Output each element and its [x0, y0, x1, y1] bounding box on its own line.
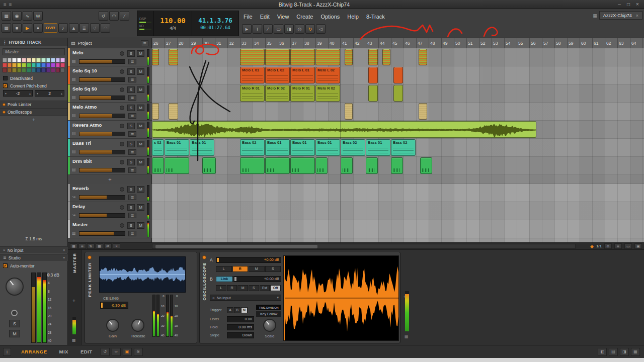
deactivated-row[interactable]: Deactivated	[0, 74, 67, 82]
palette-swatch-27[interactable]	[8, 68, 12, 72]
track-menu-icon[interactable]: ≣	[128, 95, 136, 101]
ruler-bar-59[interactable]: 59	[569, 41, 573, 46]
clip-melo-atmo[interactable]	[345, 103, 353, 120]
browser-panel-icon[interactable]: ▦	[631, 348, 640, 356]
ruler-bar-26[interactable]: 26	[153, 41, 158, 46]
ruler-bar-61[interactable]: 61	[594, 41, 598, 46]
ruler-bar-54[interactable]: 54	[506, 41, 510, 46]
ruler-bar-52[interactable]: 52	[480, 41, 485, 46]
track-row-solo-sq-10[interactable]: Solo Sq 10▤SM≣	[68, 66, 152, 84]
arrangement-row-melo-atmo[interactable]	[152, 103, 644, 121]
inspector-device-oscilloscope[interactable]: Oscilloscope	[0, 109, 67, 116]
palette-swatch-31[interactable]	[27, 68, 31, 72]
peak-limiter-power-button[interactable]	[88, 255, 92, 259]
close-button[interactable]: ×	[634, 2, 641, 7]
clip-drm-8bit[interactable]	[341, 157, 353, 174]
track-mute-button[interactable]: M	[137, 50, 144, 57]
scrollbar-thumb[interactable]	[155, 245, 317, 248]
ruler-bar-49[interactable]: 49	[443, 41, 447, 46]
osc-b-s-button[interactable]: S	[249, 285, 259, 291]
osc-input-chooser[interactable]: ×No input▾	[210, 295, 281, 301]
ruler-bar-37[interactable]: 37	[292, 41, 296, 46]
palette-swatch-38[interactable]	[60, 68, 65, 72]
clip-melo-atmo[interactable]	[152, 103, 159, 120]
clip-drm-8bit[interactable]	[315, 157, 328, 174]
menu-edit[interactable]: Edit	[260, 14, 270, 20]
palette-swatch-19[interactable]	[32, 63, 36, 67]
osc-a-r-button[interactable]: R	[232, 266, 249, 272]
track-mute-button[interactable]: M	[137, 186, 144, 193]
convert-pitch-checkbox[interactable]: ✓	[3, 83, 8, 88]
grid-icon[interactable]: ▦	[2, 11, 11, 21]
project-tab[interactable]: AzzzX-Chip74 ×	[599, 11, 642, 20]
audition-tool[interactable]: ◁	[316, 24, 326, 34]
menu-file[interactable]: File	[244, 14, 253, 20]
sort-icon[interactable]: ⇅	[87, 243, 95, 249]
palette-swatch-4[interactable]	[22, 58, 26, 62]
osc-b-m-button[interactable]: M	[237, 285, 248, 291]
track-row-delay[interactable]: Delay↝SM≣	[68, 202, 152, 220]
track-arm-dot[interactable]	[120, 205, 124, 210]
clip-drm-8bit[interactable]	[290, 157, 315, 174]
palette-swatch-5[interactable]	[27, 58, 31, 62]
track-volume-slider[interactable]	[79, 231, 125, 236]
palette-swatch-37[interactable]	[56, 68, 60, 72]
clip-bass-tri-bass-02[interactable]: Bass 02	[341, 139, 365, 156]
add-device-button[interactable]: +	[0, 116, 67, 123]
clip-melo[interactable]	[169, 49, 178, 65]
ruler-bar-62[interactable]: 62	[606, 41, 611, 46]
undo-icon[interactable]: ↺	[101, 348, 110, 356]
menu-8-track[interactable]: 8-Track	[366, 14, 385, 20]
track-row-solo-sq-50[interactable]: Solo Sq 50▤SM≣	[68, 84, 152, 103]
osc-a-s-button[interactable]: S	[265, 266, 281, 272]
release-knob[interactable]	[131, 319, 144, 332]
automation-follow-icon[interactable]: ◉	[12, 11, 22, 21]
osc-link-button[interactable]: Link	[216, 276, 233, 282]
clip-melo[interactable]	[419, 49, 427, 65]
ruler-bar-46[interactable]: 46	[405, 41, 410, 46]
ruler-bar-56[interactable]: 56	[531, 41, 535, 46]
track-volume-slider[interactable]	[79, 213, 125, 218]
clip-melo[interactable]	[315, 49, 340, 65]
pointer-tool[interactable]: ►	[242, 24, 252, 34]
playhead[interactable]	[341, 38, 341, 242]
track-solo-button[interactable]: S	[127, 204, 135, 211]
track-row-drm-8bit[interactable]: Drm 8bit▤SM≣	[68, 157, 152, 175]
clip-bass-tri-bass-01[interactable]: Bass 01	[366, 139, 390, 156]
palette-swatch-35[interactable]	[46, 68, 51, 72]
app-menu-icon[interactable]: ≡	[4, 2, 7, 7]
clip-solo-sq-10-melo-l-02[interactable]: Melo L 02	[265, 67, 290, 83]
ruler-bar-27[interactable]: 27	[166, 41, 171, 46]
master-mute-button[interactable]: M	[9, 330, 20, 337]
arrangement-row-master[interactable]	[152, 220, 644, 238]
arrangement-row-reverb[interactable]	[152, 184, 644, 202]
clip-melo[interactable]	[240, 49, 265, 65]
auto-monitor-checkbox[interactable]: ✓	[3, 263, 8, 268]
layout-tab-edit[interactable]: EDIT	[74, 349, 99, 354]
app-menu2-icon[interactable]: ≡	[9, 2, 12, 7]
master-add-device-button[interactable]: +	[72, 298, 75, 304]
track-mute-button[interactable]: M	[137, 222, 144, 229]
ruler-bar-45[interactable]: 45	[392, 41, 397, 46]
ruler-bar-39[interactable]: 39	[317, 41, 321, 46]
scale-knob[interactable]	[263, 319, 276, 332]
timeline-ruler[interactable]: 2627282930313233343536373839404142434445…	[152, 38, 644, 48]
clip-drm-8bit[interactable]	[152, 157, 164, 174]
clip-bass-tri-bass-01[interactable]: Bass 01	[190, 139, 214, 156]
track-menu-icon[interactable]: ≣	[128, 213, 136, 218]
menu-help[interactable]: Help	[347, 14, 359, 20]
ruler-bar-42[interactable]: 42	[355, 41, 359, 46]
palette-swatch-16[interactable]	[17, 63, 22, 67]
clip-bass-tri-bass-02[interactable]: Bass 02	[391, 139, 416, 156]
clip-solo-sq-50-melo-r-01[interactable]: Melo R 01	[290, 85, 315, 102]
track-menu-icon[interactable]: ≣	[128, 131, 136, 137]
ruler-bar-41[interactable]: 41	[342, 41, 347, 46]
track-arm-dot[interactable]	[120, 106, 124, 110]
clip-solo-sq-50-melo-r-02[interactable]: Melo R 02	[315, 85, 340, 102]
palette-swatch-32[interactable]	[32, 68, 36, 72]
clip-solo-sq-10-melo-l-01[interactable]: Melo L 01	[290, 67, 315, 83]
arrangement-row-bass-tri[interactable]: s 02Bass 01Bass 01Bass 02Bass 01Bass 01B…	[152, 139, 644, 157]
ruler-bar-44[interactable]: 44	[380, 41, 384, 46]
track-volume-slider[interactable]	[79, 96, 125, 100]
ruler-bar-58[interactable]: 58	[556, 41, 560, 46]
